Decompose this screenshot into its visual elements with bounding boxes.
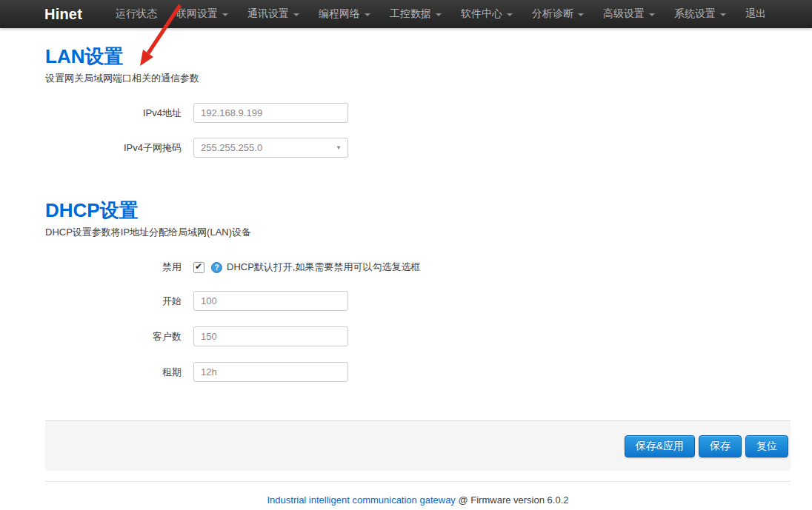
dhcp-lease-input[interactable] <box>193 362 348 382</box>
ipv4-netmask-select[interactable]: 255.255.255.0 <box>193 138 348 158</box>
chevron-down-icon <box>720 13 726 16</box>
chevron-down-icon <box>507 13 513 16</box>
dhcp-disable-checkbox[interactable] <box>193 262 204 273</box>
dhcp-start-label: 开始 <box>45 295 182 308</box>
page-actions-bar: 保存&应用 保存 复位 <box>45 420 791 471</box>
dhcp-disable-label: 禁用 <box>45 261 182 274</box>
dhcp-clients-row: 客户数 <box>45 326 791 346</box>
dhcp-section-title: DHCP设置 <box>45 158 791 221</box>
nav-item-programming-network[interactable]: 编程网络 <box>309 0 380 28</box>
lan-section-subtitle: 设置网关局域网端口相关的通信参数 <box>45 72 791 85</box>
dhcp-lease-row: 租期 <box>45 362 791 382</box>
save-button[interactable]: 保存 <box>699 435 742 457</box>
ipv4-netmask-label: IPv4子网掩码 <box>45 141 182 155</box>
ipv4-address-input[interactable] <box>193 103 348 123</box>
dhcp-start-input[interactable] <box>193 291 348 311</box>
chevron-down-icon <box>436 13 442 16</box>
chevron-down-icon <box>365 13 370 16</box>
chevron-down-icon <box>578 13 584 16</box>
dhcp-section-subtitle: DHCP设置参数将IP地址分配给局域网(LAN)设备 <box>45 226 791 239</box>
chevron-down-icon <box>293 13 299 16</box>
top-navbar: Hinet 运行状态 联网设置 通讯设置 编程网络 工控数据 软件中心 分析诊断… <box>0 0 812 28</box>
reset-button[interactable]: 复位 <box>745 435 788 457</box>
lan-section-title: LAN设置 <box>45 28 791 67</box>
help-icon[interactable]: ? <box>211 262 222 273</box>
ipv4-netmask-row: IPv4子网掩码 255.255.255.0 ▼ <box>45 138 791 158</box>
ipv4-address-row: IPv4地址 <box>45 103 791 123</box>
nav-item-running-status[interactable]: 运行状态 <box>106 0 167 28</box>
main-content: LAN设置 设置网关局域网端口相关的通信参数 IPv4地址 IPv4子网掩码 2… <box>45 28 791 506</box>
footer-gateway-link[interactable]: Industrial intelligent communication gat… <box>267 494 456 506</box>
nav-item-network-settings[interactable]: 联网设置 <box>167 0 238 28</box>
brand-logo[interactable]: Hinet <box>44 6 82 23</box>
chevron-down-icon <box>222 13 228 16</box>
nav-item-industrial-data[interactable]: 工控数据 <box>380 0 451 28</box>
ipv4-address-label: IPv4地址 <box>45 107 182 120</box>
nav-item-communication-settings[interactable]: 通讯设置 <box>238 0 309 28</box>
page-footer: Industrial intelligent communication gat… <box>45 482 791 506</box>
footer-firmware-text: @ Firmware version 6.0.2 <box>456 494 569 506</box>
dhcp-disable-hint: DHCP默认打开,如果需要禁用可以勾选复选框 <box>227 261 420 274</box>
nav-item-logout[interactable]: 退出 <box>736 0 776 28</box>
dhcp-disable-row: 禁用 ? DHCP默认打开,如果需要禁用可以勾选复选框 <box>45 261 791 274</box>
nav-item-software-center[interactable]: 软件中心 <box>451 0 522 28</box>
chevron-down-icon <box>649 13 655 16</box>
nav-item-system-settings[interactable]: 系统设置 <box>665 0 736 28</box>
dhcp-clients-input[interactable] <box>193 326 348 346</box>
dhcp-clients-label: 客户数 <box>45 330 182 343</box>
dhcp-lease-label: 租期 <box>45 366 182 379</box>
nav-item-analysis-diagnosis[interactable]: 分析诊断 <box>522 0 593 28</box>
dhcp-start-row: 开始 <box>45 291 791 311</box>
nav-item-advanced-settings[interactable]: 高级设置 <box>593 0 665 28</box>
save-apply-button[interactable]: 保存&应用 <box>625 435 695 457</box>
